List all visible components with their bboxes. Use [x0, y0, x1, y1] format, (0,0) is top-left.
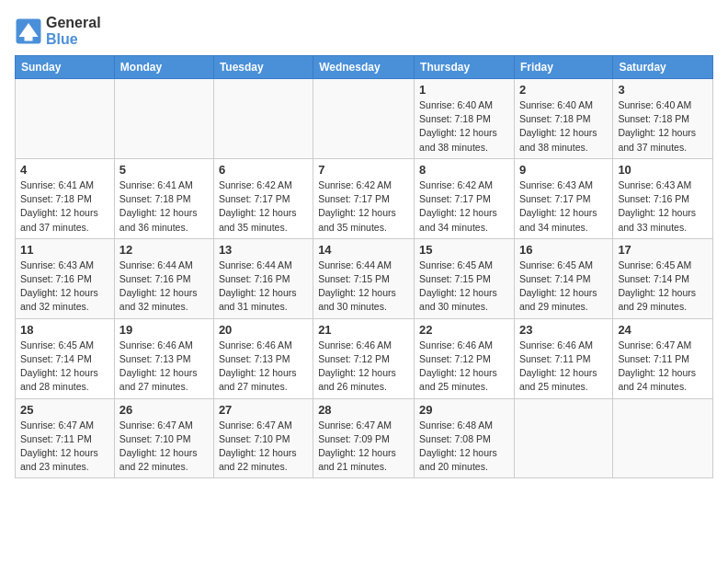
day-info: Sunrise: 6:48 AM Sunset: 7:08 PM Dayligh…: [419, 419, 509, 475]
calendar-cell: 6Sunrise: 6:42 AM Sunset: 7:17 PM Daylig…: [213, 158, 313, 238]
calendar-cell: 16Sunrise: 6:45 AM Sunset: 7:14 PM Dayli…: [514, 238, 612, 318]
day-info: Sunrise: 6:45 AM Sunset: 7:15 PM Dayligh…: [419, 259, 509, 315]
calendar-cell: 4Sunrise: 6:41 AM Sunset: 7:18 PM Daylig…: [16, 158, 115, 238]
day-number: 11: [20, 243, 109, 257]
day-info: Sunrise: 6:45 AM Sunset: 7:14 PM Dayligh…: [20, 339, 109, 395]
day-info: Sunrise: 6:46 AM Sunset: 7:11 PM Dayligh…: [519, 339, 608, 395]
calendar-cell: 7Sunrise: 6:42 AM Sunset: 7:17 PM Daylig…: [313, 158, 415, 238]
calendar-cell: [114, 79, 213, 159]
calendar-cell: [313, 79, 415, 159]
day-number: 5: [119, 163, 209, 177]
day-info: Sunrise: 6:43 AM Sunset: 7:17 PM Dayligh…: [519, 178, 608, 235]
calendar-cell: 25Sunrise: 6:47 AM Sunset: 7:11 PM Dayli…: [16, 398, 115, 478]
day-info: Sunrise: 6:40 AM Sunset: 7:18 PM Dayligh…: [419, 98, 509, 155]
day-info: Sunrise: 6:46 AM Sunset: 7:13 PM Dayligh…: [119, 339, 209, 395]
day-info: Sunrise: 6:46 AM Sunset: 7:12 PM Dayligh…: [318, 339, 409, 395]
day-number: 22: [419, 323, 509, 337]
day-info: Sunrise: 6:44 AM Sunset: 7:15 PM Dayligh…: [318, 259, 409, 315]
calendar-header: SundayMondayTuesdayWednesdayThursdayFrid…: [16, 56, 713, 79]
calendar-cell: 22Sunrise: 6:46 AM Sunset: 7:12 PM Dayli…: [415, 318, 515, 398]
weekday-header-wednesday: Wednesday: [313, 56, 415, 79]
calendar-cell: 15Sunrise: 6:45 AM Sunset: 7:15 PM Dayli…: [415, 238, 515, 318]
day-number: 21: [318, 323, 409, 337]
weekday-header-tuesday: Tuesday: [213, 56, 313, 79]
weekday-header-sunday: Sunday: [16, 56, 115, 79]
calendar-cell: [16, 79, 115, 159]
day-info: Sunrise: 6:43 AM Sunset: 7:16 PM Dayligh…: [20, 259, 109, 315]
calendar-cell: 27Sunrise: 6:47 AM Sunset: 7:10 PM Dayli…: [213, 398, 313, 478]
day-number: 16: [519, 243, 608, 257]
calendar-cell: 10Sunrise: 6:43 AM Sunset: 7:16 PM Dayli…: [613, 158, 713, 238]
day-info: Sunrise: 6:41 AM Sunset: 7:18 PM Dayligh…: [20, 178, 109, 235]
day-info: Sunrise: 6:42 AM Sunset: 7:17 PM Dayligh…: [318, 178, 409, 235]
calendar-week-3: 11Sunrise: 6:43 AM Sunset: 7:16 PM Dayli…: [16, 238, 713, 318]
day-info: Sunrise: 6:47 AM Sunset: 7:10 PM Dayligh…: [119, 419, 209, 475]
day-number: 19: [119, 323, 209, 337]
day-number: 28: [318, 403, 409, 417]
calendar-cell: 5Sunrise: 6:41 AM Sunset: 7:18 PM Daylig…: [114, 158, 213, 238]
calendar-cell: 3Sunrise: 6:40 AM Sunset: 7:18 PM Daylig…: [613, 79, 713, 159]
day-number: 10: [618, 163, 708, 177]
day-info: Sunrise: 6:44 AM Sunset: 7:16 PM Dayligh…: [219, 259, 308, 315]
calendar-cell: 18Sunrise: 6:45 AM Sunset: 7:14 PM Dayli…: [16, 318, 115, 398]
calendar-table: SundayMondayTuesdayWednesdayThursdayFrid…: [15, 55, 713, 478]
calendar-cell: 26Sunrise: 6:47 AM Sunset: 7:10 PM Dayli…: [114, 398, 213, 478]
day-info: Sunrise: 6:47 AM Sunset: 7:11 PM Dayligh…: [618, 339, 708, 395]
day-info: Sunrise: 6:44 AM Sunset: 7:16 PM Dayligh…: [119, 259, 209, 315]
calendar-week-2: 4Sunrise: 6:41 AM Sunset: 7:18 PM Daylig…: [16, 158, 713, 238]
day-info: Sunrise: 6:45 AM Sunset: 7:14 PM Dayligh…: [519, 259, 608, 315]
calendar-cell: 21Sunrise: 6:46 AM Sunset: 7:12 PM Dayli…: [313, 318, 415, 398]
day-info: Sunrise: 6:41 AM Sunset: 7:18 PM Dayligh…: [119, 178, 209, 235]
logo-text: General Blue: [46, 15, 101, 48]
calendar-cell: [514, 398, 612, 478]
calendar-week-4: 18Sunrise: 6:45 AM Sunset: 7:14 PM Dayli…: [16, 318, 713, 398]
calendar-cell: 9Sunrise: 6:43 AM Sunset: 7:17 PM Daylig…: [514, 158, 612, 238]
weekday-header-thursday: Thursday: [415, 56, 515, 79]
calendar-cell: 11Sunrise: 6:43 AM Sunset: 7:16 PM Dayli…: [16, 238, 115, 318]
day-number: 6: [219, 163, 308, 177]
day-info: Sunrise: 6:46 AM Sunset: 7:13 PM Dayligh…: [219, 339, 308, 395]
day-number: 1: [419, 83, 509, 97]
day-info: Sunrise: 6:47 AM Sunset: 7:11 PM Dayligh…: [20, 419, 109, 475]
svg-rect-2: [25, 37, 33, 41]
day-number: 4: [20, 163, 109, 177]
day-info: Sunrise: 6:40 AM Sunset: 7:18 PM Dayligh…: [519, 98, 608, 155]
day-info: Sunrise: 6:40 AM Sunset: 7:18 PM Dayligh…: [618, 98, 708, 155]
day-info: Sunrise: 6:42 AM Sunset: 7:17 PM Dayligh…: [219, 178, 308, 235]
calendar-cell: 14Sunrise: 6:44 AM Sunset: 7:15 PM Dayli…: [313, 238, 415, 318]
day-number: 7: [318, 163, 409, 177]
day-number: 12: [119, 243, 209, 257]
calendar-cell: 28Sunrise: 6:47 AM Sunset: 7:09 PM Dayli…: [313, 398, 415, 478]
calendar-cell: [613, 398, 713, 478]
day-number: 23: [519, 323, 608, 337]
calendar-week-1: 1Sunrise: 6:40 AM Sunset: 7:18 PM Daylig…: [16, 79, 713, 159]
day-number: 29: [419, 403, 509, 417]
day-info: Sunrise: 6:42 AM Sunset: 7:17 PM Dayligh…: [419, 178, 509, 235]
calendar-cell: [213, 79, 313, 159]
logo: General Blue: [15, 15, 101, 48]
calendar-cell: 20Sunrise: 6:46 AM Sunset: 7:13 PM Dayli…: [213, 318, 313, 398]
calendar-cell: 17Sunrise: 6:45 AM Sunset: 7:14 PM Dayli…: [613, 238, 713, 318]
day-number: 13: [219, 243, 308, 257]
calendar-cell: 13Sunrise: 6:44 AM Sunset: 7:16 PM Dayli…: [213, 238, 313, 318]
logo-icon: [15, 17, 42, 45]
weekday-header-monday: Monday: [114, 56, 213, 79]
calendar-cell: 1Sunrise: 6:40 AM Sunset: 7:18 PM Daylig…: [415, 79, 515, 159]
day-number: 2: [519, 83, 608, 97]
day-number: 26: [119, 403, 209, 417]
day-number: 15: [419, 243, 509, 257]
calendar-cell: 19Sunrise: 6:46 AM Sunset: 7:13 PM Dayli…: [114, 318, 213, 398]
calendar-week-5: 25Sunrise: 6:47 AM Sunset: 7:11 PM Dayli…: [16, 398, 713, 478]
day-info: Sunrise: 6:43 AM Sunset: 7:16 PM Dayligh…: [618, 178, 708, 235]
day-number: 24: [618, 323, 708, 337]
day-info: Sunrise: 6:47 AM Sunset: 7:10 PM Dayligh…: [219, 419, 308, 475]
calendar-cell: 29Sunrise: 6:48 AM Sunset: 7:08 PM Dayli…: [415, 398, 515, 478]
day-number: 9: [519, 163, 608, 177]
day-info: Sunrise: 6:45 AM Sunset: 7:14 PM Dayligh…: [618, 259, 708, 315]
day-number: 14: [318, 243, 409, 257]
weekday-header-friday: Friday: [514, 56, 612, 79]
weekday-header-saturday: Saturday: [613, 56, 713, 79]
day-info: Sunrise: 6:47 AM Sunset: 7:09 PM Dayligh…: [318, 419, 409, 475]
calendar-cell: 2Sunrise: 6:40 AM Sunset: 7:18 PM Daylig…: [514, 79, 612, 159]
day-number: 3: [618, 83, 708, 97]
